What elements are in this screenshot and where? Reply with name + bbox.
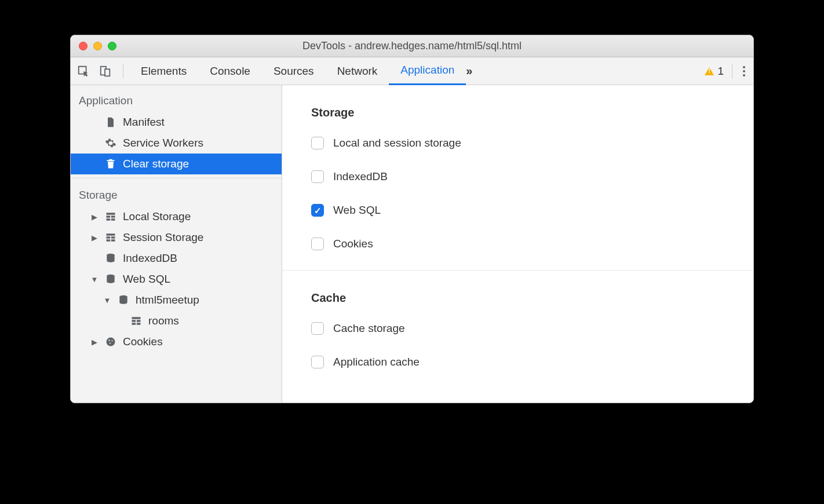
tab-console[interactable]: Console <box>198 57 262 85</box>
storage-heading: Storage <box>311 106 724 119</box>
checkbox-cookies[interactable] <box>311 238 324 250</box>
database-icon <box>117 294 130 306</box>
tab-elements[interactable]: Elements <box>129 57 198 85</box>
cache-heading: Cache <box>311 291 724 305</box>
chevron-right-icon: ▶ <box>90 213 99 221</box>
option-label: Cache storage <box>333 322 405 335</box>
warning-icon <box>705 67 714 75</box>
sidebar-item-manifest[interactable]: Manifest <box>71 112 282 133</box>
tab-sources[interactable]: Sources <box>262 57 326 85</box>
table-icon <box>104 231 117 244</box>
zoom-window-button[interactable] <box>108 42 116 50</box>
option-label: IndexedDB <box>333 170 388 183</box>
devtools-toolbar: Elements Console Sources Network Applica… <box>71 57 753 85</box>
checkbox-web-sql[interactable] <box>311 204 324 217</box>
document-icon <box>104 116 117 129</box>
warnings-indicator[interactable]: 1 <box>705 65 724 78</box>
sidebar-item-label: Session Storage <box>123 231 203 244</box>
sidebar-item-cookies[interactable]: ▶ Cookies <box>71 331 282 352</box>
tabs-overflow-icon[interactable]: » <box>466 64 470 78</box>
tab-application[interactable]: Application <box>389 57 466 85</box>
tab-network[interactable]: Network <box>326 57 389 85</box>
window-controls <box>71 42 116 50</box>
svg-rect-1 <box>105 69 110 76</box>
checkbox-application-cache[interactable] <box>311 356 324 368</box>
application-sidebar: Application Manifest Service Workers Cle… <box>71 85 282 403</box>
sidebar-item-service-workers[interactable]: Service Workers <box>71 133 282 154</box>
sidebar-section-storage: Storage <box>71 182 282 206</box>
option-indexeddb[interactable]: IndexedDB <box>311 165 724 198</box>
sidebar-item-session-storage[interactable]: ▶ Session Storage <box>71 227 282 248</box>
option-label: Web SQL <box>333 204 381 217</box>
table-icon <box>104 210 117 223</box>
sidebar-item-label: Web SQL <box>123 273 170 286</box>
checkbox-indexeddb[interactable] <box>311 170 324 183</box>
chevron-right-icon: ▶ <box>90 233 99 242</box>
sidebar-item-label: html5meetup <box>136 294 199 306</box>
devtools-tabs: Elements Console Sources Network Applica… <box>129 57 699 85</box>
cache-section: Cache Cache storage Application cache <box>282 271 753 388</box>
settings-menu-icon[interactable] <box>741 64 748 79</box>
sidebar-item-label: Local Storage <box>123 210 191 223</box>
trash-icon <box>104 158 117 170</box>
checkbox-cache-storage[interactable] <box>311 322 324 335</box>
sidebar-divider <box>71 178 282 178</box>
database-icon <box>104 273 117 286</box>
option-label: Local and session storage <box>333 137 461 149</box>
svg-point-7 <box>112 340 113 341</box>
checkbox-local-session[interactable] <box>311 137 324 149</box>
warning-count: 1 <box>717 65 724 78</box>
svg-point-6 <box>108 339 110 341</box>
option-local-session[interactable]: Local and session storage <box>311 131 724 165</box>
svg-point-5 <box>107 338 115 346</box>
sidebar-item-label: rooms <box>148 315 179 327</box>
sidebar-item-indexeddb[interactable]: IndexedDB <box>71 248 282 269</box>
database-icon <box>104 252 117 265</box>
option-cookies[interactable]: Cookies <box>311 232 724 265</box>
gear-icon <box>104 137 117 149</box>
sidebar-item-web-sql-db[interactable]: ▼ html5meetup <box>71 290 282 311</box>
sidebar-item-label: Manifest <box>123 116 165 129</box>
window-title: DevTools - andrew.hedges.name/html5/sql.… <box>71 40 753 52</box>
storage-section: Storage Local and session storage Indexe… <box>282 85 753 271</box>
sidebar-item-label: Cookies <box>123 335 163 348</box>
main-panel: Storage Local and session storage Indexe… <box>282 85 753 403</box>
sidebar-item-web-sql[interactable]: ▼ Web SQL <box>71 269 282 290</box>
chevron-down-icon: ▼ <box>103 296 111 305</box>
option-application-cache[interactable]: Application cache <box>311 350 724 384</box>
chevron-down-icon: ▼ <box>90 275 99 284</box>
option-label: Cookies <box>333 238 373 250</box>
sidebar-item-label: Clear storage <box>123 158 189 170</box>
sidebar-item-local-storage[interactable]: ▶ Local Storage <box>71 206 282 227</box>
inspect-element-icon[interactable] <box>76 64 90 78</box>
chevron-right-icon: ▶ <box>90 338 99 346</box>
cookie-icon <box>104 335 117 348</box>
option-label: Application cache <box>333 356 420 368</box>
svg-point-8 <box>110 342 111 344</box>
sidebar-item-label: Service Workers <box>123 137 203 149</box>
minimize-window-button[interactable] <box>93 42 102 50</box>
close-window-button[interactable] <box>79 42 87 50</box>
sidebar-item-label: IndexedDB <box>123 252 177 265</box>
titlebar: DevTools - andrew.hedges.name/html5/sql.… <box>71 35 753 57</box>
toolbar-divider <box>732 64 732 79</box>
sidebar-item-web-sql-table[interactable]: rooms <box>71 311 282 331</box>
sidebar-item-clear-storage[interactable]: Clear storage <box>71 154 282 174</box>
device-toolbar-icon[interactable] <box>99 64 112 78</box>
option-web-sql[interactable]: Web SQL <box>311 198 724 232</box>
devtools-window: DevTools - andrew.hedges.name/html5/sql.… <box>70 35 754 403</box>
sidebar-section-application: Application <box>71 87 282 112</box>
table-icon <box>130 315 143 327</box>
option-cache-storage[interactable]: Cache storage <box>311 316 724 350</box>
